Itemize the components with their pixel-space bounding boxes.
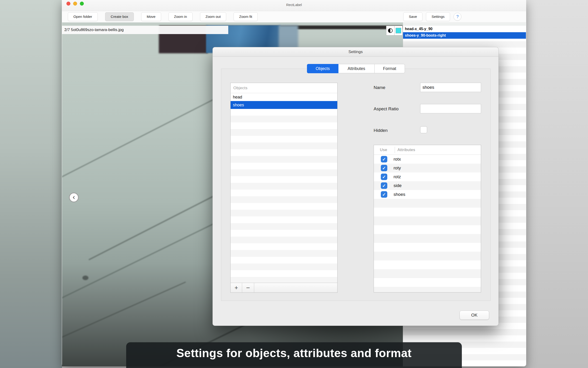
caption-text: Settings for objects, attributes and for… <box>176 346 412 368</box>
attribute-name: rotz <box>394 174 401 179</box>
add-object-button[interactable]: + <box>231 283 242 293</box>
name-input[interactable] <box>420 83 481 92</box>
tab-attributes[interactable]: Attributes <box>338 64 375 73</box>
chevron-left-icon: ‹ <box>73 193 75 201</box>
previous-image-button[interactable]: ‹ <box>69 193 79 202</box>
object-row-head[interactable]: head <box>231 93 337 101</box>
objects-list-header: Objects <box>231 83 337 93</box>
annotation-row-selected[interactable]: shoes-y_90-boots-right <box>403 32 526 39</box>
attribute-name: roty <box>394 166 401 171</box>
settings-dialog: Settings Objects Attributes Format Objec… <box>212 47 499 326</box>
attribute-row[interactable]: roty <box>374 164 481 172</box>
cyan-swatch-icon <box>396 28 401 33</box>
attribute-name: rotx <box>394 157 401 162</box>
zoom-fit-button[interactable]: Zoom fit <box>234 12 258 21</box>
dialog-title: Settings <box>348 50 362 54</box>
checkbox-checked-icon[interactable] <box>381 165 387 171</box>
zoom-out-button[interactable]: Zoom out <box>200 12 226 21</box>
remove-object-button[interactable]: − <box>242 283 254 293</box>
tab-objects[interactable]: Objects <box>307 64 338 73</box>
aspect-ratio-label: Aspect Ratio <box>374 106 399 111</box>
open-folder-button[interactable]: Open folder <box>68 12 98 21</box>
contrast-icon <box>388 28 393 33</box>
window-title: RectLabel <box>62 3 526 7</box>
help-button[interactable]: ? <box>454 13 461 21</box>
hidden-checkbox[interactable] <box>420 126 427 133</box>
pavement-crack <box>62 282 186 339</box>
attributes-empty-rows <box>374 199 481 292</box>
app-window: RectLabel Open folder Create box Move Zo… <box>62 0 526 366</box>
attributes-column-header: Attributes <box>397 148 415 152</box>
attribute-name: shoes <box>394 192 405 197</box>
toolbar-right-group: Save Settings ? <box>403 12 461 21</box>
photo-jeans-highlight <box>279 25 298 49</box>
contrast-toggle[interactable] <box>386 26 395 36</box>
attribute-row[interactable]: side <box>374 181 481 190</box>
name-label: Name <box>374 85 386 90</box>
zoom-in-button[interactable]: Zoom in <box>168 12 193 21</box>
toolbar-left-group: Open folder Create box Move Zoom in Zoom… <box>68 12 258 21</box>
attribute-name: side <box>394 183 402 188</box>
annotation-row[interactable]: head-x_45-y_90 <box>403 26 526 32</box>
dialog-tabs: Objects Attributes Format <box>307 64 405 73</box>
label-color-swatch[interactable] <box>394 26 403 36</box>
header-divider <box>395 147 395 153</box>
attribute-row[interactable]: shoes <box>374 190 481 199</box>
desktop-background-left <box>0 0 62 368</box>
video-caption: Settings for objects, attributes and for… <box>126 342 462 368</box>
objects-list-empty-rows <box>231 109 337 283</box>
ok-button[interactable]: OK <box>459 311 489 320</box>
screen: RectLabel Open folder Create box Move Zo… <box>0 0 588 368</box>
object-name: shoes <box>233 103 244 108</box>
attribute-row[interactable]: rotz <box>374 172 481 181</box>
aspect-ratio-input[interactable] <box>420 104 481 113</box>
checkbox-checked-icon[interactable] <box>381 156 387 162</box>
settings-button[interactable]: Settings <box>426 12 450 21</box>
dialog-titlebar[interactable]: Settings <box>213 47 498 56</box>
annotation-list-header-strip <box>403 22 526 26</box>
object-name: head <box>233 95 242 100</box>
annotation-label: head-x_45-y_90 <box>405 27 432 31</box>
use-column-header: Use <box>380 148 387 152</box>
toolbar: Open folder Create box Move Zoom in Zoom… <box>62 11 526 22</box>
create-box-button[interactable]: Create box <box>105 12 134 21</box>
checkbox-checked-icon[interactable] <box>381 182 387 189</box>
annotation-chips <box>386 26 402 36</box>
move-button[interactable]: Move <box>141 12 161 21</box>
attributes-table-header: Use Attributes <box>374 145 481 155</box>
object-row-shoes-selected[interactable]: shoes <box>231 101 337 109</box>
tab-format[interactable]: Format <box>375 64 405 73</box>
window-titlebar: RectLabel <box>62 0 526 11</box>
hidden-label: Hidden <box>374 128 387 133</box>
annotation-label: shoes-y_90-boots-right <box>405 33 446 37</box>
desktop-background-right <box>526 0 588 368</box>
pavement-spot <box>82 276 88 280</box>
objects-listbox: Objects head shoes + − <box>230 83 338 293</box>
attribute-row[interactable]: rotx <box>374 155 481 164</box>
objects-list-footer: + − <box>231 283 337 293</box>
checkbox-checked-icon[interactable] <box>381 191 387 198</box>
attributes-table: Use Attributes rotx roty rotz <box>374 145 481 293</box>
image-filename-label: 2/7 5ot0u869szo-tamara-bellis.jpg <box>62 26 228 34</box>
save-button[interactable]: Save <box>403 12 422 21</box>
checkbox-checked-icon[interactable] <box>381 174 387 180</box>
